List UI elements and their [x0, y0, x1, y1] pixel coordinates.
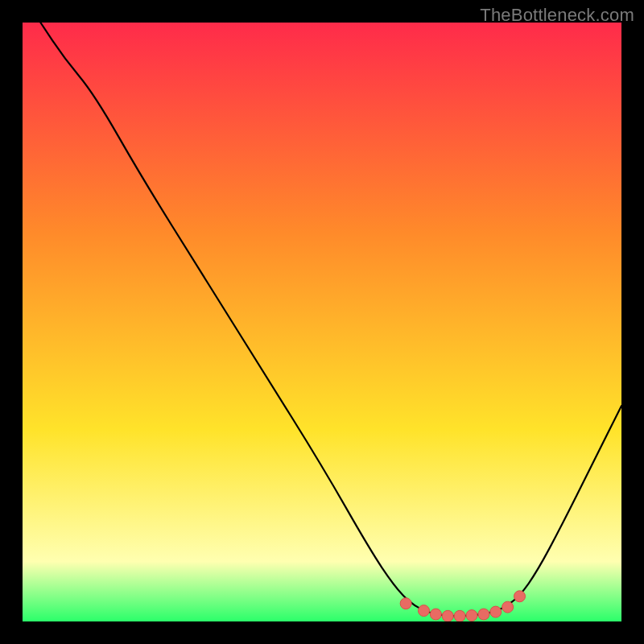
chart-svg: [23, 23, 621, 621]
svg-point-9: [502, 601, 514, 613]
svg-point-6: [466, 610, 477, 621]
svg-point-2: [418, 605, 429, 617]
svg-point-3: [430, 609, 441, 620]
svg-rect-0: [23, 23, 621, 621]
svg-point-5: [454, 610, 465, 621]
svg-point-7: [478, 609, 489, 620]
svg-point-10: [514, 591, 526, 602]
svg-point-1: [400, 598, 411, 609]
chart-frame: TheBottleneck.com: [0, 0, 644, 644]
svg-point-8: [490, 606, 502, 617]
bottleneck-chart: [23, 23, 621, 621]
svg-point-4: [442, 610, 453, 621]
